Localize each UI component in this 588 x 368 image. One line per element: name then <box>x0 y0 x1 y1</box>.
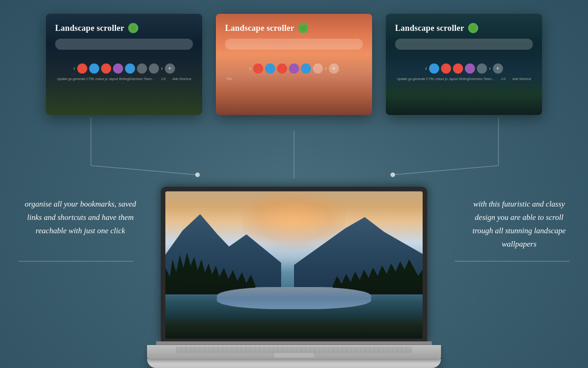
bookmark-dot[interactable] <box>89 63 99 74</box>
text-left-panel: organise all your bookmarks, saved links… <box>18 198 142 238</box>
sc-badge-3: 🌿 <box>468 23 478 33</box>
sc-bottom-left-3: Update go.generate CTRL colour jo..layou… <box>397 77 494 80</box>
sc-badge-2: 🌿 <box>298 23 308 33</box>
bookmark-dot[interactable] <box>429 63 439 74</box>
right-overlay-text: with this futuristic and classy design y… <box>469 198 570 251</box>
screenshot-teal-forest[interactable]: Landscape scroller 🌿 ‹ › + Update go.gen… <box>386 14 542 115</box>
sc-search-1 <box>55 39 193 50</box>
sc-page-num-1: 1/3 <box>161 77 166 80</box>
laptop-base <box>147 341 441 368</box>
touchpad <box>273 352 315 358</box>
sc-page-num-2: Pro <box>227 77 232 80</box>
screenshot-dark-forest[interactable]: Landscape scroller 🌿 ‹ › + Update go.gen… <box>46 14 202 115</box>
bookmark-dot[interactable] <box>265 63 275 74</box>
sc-arrow-right-3[interactable]: › <box>489 65 491 72</box>
sc-arrow-right-2[interactable]: › <box>325 65 327 72</box>
bookmark-dot[interactable] <box>125 63 135 74</box>
bookmark-dot[interactable] <box>441 63 451 74</box>
sc-add-shortcut-1[interactable]: Add Shortcut <box>173 77 191 80</box>
sc-bottom-bar-3: Update go.generate CTRL colour jo..layou… <box>395 77 533 80</box>
wallpaper-scene <box>165 191 423 339</box>
laptop-hinge <box>156 341 432 345</box>
screenshots-row: Landscape scroller 🌿 ‹ › + Update go.gen… <box>0 14 588 115</box>
bookmark-dot[interactable] <box>149 63 159 74</box>
sc-badge-1: 🌿 <box>128 23 138 33</box>
text-right-panel: with this futuristic and classy design y… <box>469 198 570 251</box>
bookmark-dot[interactable] <box>301 63 311 74</box>
sc-bottom-bar-1: Update go.generate CTRL colour jo..layou… <box>55 77 193 80</box>
laptop-keyboard <box>147 345 441 359</box>
bookmark-dot[interactable] <box>77 63 87 74</box>
add-bookmark-2[interactable]: + <box>329 63 339 74</box>
bookmark-dot[interactable] <box>477 63 487 74</box>
river <box>217 287 371 309</box>
bookmark-dot[interactable] <box>101 63 111 74</box>
sc-arrow-left-3[interactable]: ‹ <box>425 65 427 72</box>
sc-arrow-right-1[interactable]: › <box>161 65 163 72</box>
add-bookmark-1[interactable]: + <box>165 63 175 74</box>
sc-bookmarks-1: ‹ › + <box>55 63 193 74</box>
sc-arrow-left-1[interactable]: ‹ <box>73 65 75 72</box>
sc-title-1: Landscape scroller <box>55 23 124 33</box>
sc-bookmarks-2: ‹ › + <box>225 63 363 74</box>
bookmark-dot[interactable] <box>289 63 299 74</box>
bookmark-dot[interactable] <box>137 63 147 74</box>
sc-bottom-left-1: Update go.generate CTRL colour jo..layou… <box>57 77 154 80</box>
sc-arrow-left-2[interactable]: ‹ <box>249 65 251 72</box>
sc-search-2 <box>225 39 363 50</box>
add-bookmark-3[interactable]: + <box>493 63 503 74</box>
sc-bottom-bar-2: Pro <box>225 77 363 80</box>
laptop-screen <box>165 191 423 339</box>
laptop-frame <box>161 187 427 341</box>
screenshot-sunset[interactable]: Landscape scroller 🌿 ‹ › + Pro <box>216 14 372 115</box>
sc-bookmarks-3: ‹ › + <box>395 63 533 74</box>
left-overlay-text: organise all your bookmarks, saved links… <box>18 198 142 238</box>
laptop-container <box>147 187 441 368</box>
bookmark-dot[interactable] <box>113 63 123 74</box>
bookmark-dot[interactable] <box>313 63 323 74</box>
sc-page-num-3: 1/3 <box>501 77 506 80</box>
bookmark-dot[interactable] <box>453 63 463 74</box>
sc-title-3: Landscape scroller <box>395 23 464 33</box>
bookmark-dot[interactable] <box>465 63 475 74</box>
sc-add-shortcut-3[interactable]: Add Shortcut <box>513 77 531 80</box>
sc-search-3 <box>395 39 533 50</box>
bookmark-dot[interactable] <box>253 63 263 74</box>
sc-title-2: Landscape scroller <box>225 23 294 33</box>
bookmark-dot[interactable] <box>277 63 287 74</box>
laptop-bezel <box>161 187 427 341</box>
laptop-bottom <box>147 359 441 368</box>
